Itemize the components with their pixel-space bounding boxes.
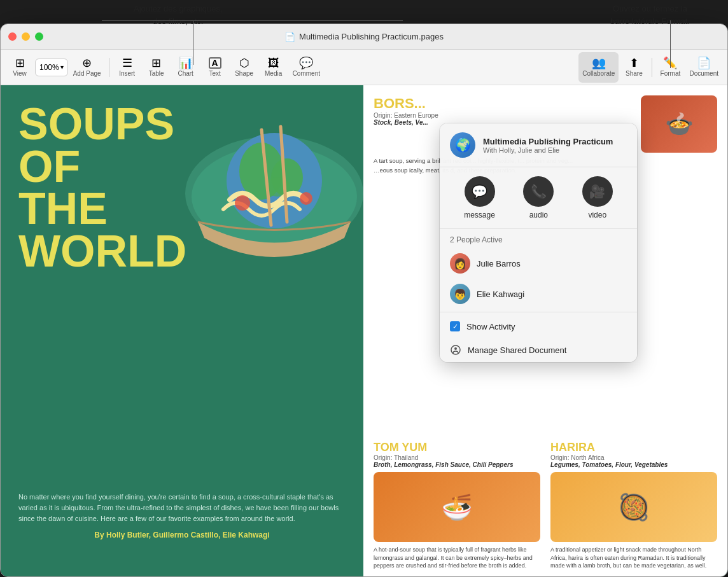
- show-activity-label: Show Activity: [466, 322, 515, 331]
- zoom-control[interactable]: 100% ▾: [35, 59, 68, 76]
- person-julie: 👩 Julie Barros: [440, 248, 637, 279]
- manage-shared-option[interactable]: Manage Shared Document: [440, 338, 637, 362]
- comment-button[interactable]: 💬 Comment: [289, 52, 324, 83]
- tomyum-origin: Origin: Thailand: [374, 454, 540, 461]
- minimize-button[interactable]: [22, 32, 30, 41]
- text-button[interactable]: A Text: [201, 52, 229, 83]
- tomyum-image: 🍜: [374, 472, 540, 542]
- video-action-button[interactable]: 🎥 video: [582, 176, 613, 219]
- add-page-button[interactable]: ⊕ Add Page: [69, 52, 105, 83]
- elie-avatar: 👦: [450, 284, 470, 304]
- video-icon: 🎥: [582, 176, 613, 207]
- toolbar: ⊞ View 100% ▾ ⊕ Add Page ☰ Insert ⊞ Tabl…: [1, 50, 727, 85]
- traffic-lights: [8, 32, 43, 41]
- author-text: By Holly Butler, Guillermo Castillo, Eli…: [18, 531, 346, 539]
- manage-icon: [450, 344, 461, 356]
- annotation-hline-left: [102, 20, 194, 21]
- chart-button[interactable]: 📊 Chart: [172, 52, 200, 83]
- harira-origin: Origin: North Africa: [550, 454, 717, 461]
- show-activity-option[interactable]: ✓ Show Activity: [440, 315, 637, 338]
- message-label: message: [464, 211, 495, 219]
- harira-title: HARIRA: [550, 441, 717, 454]
- collaborate-button[interactable]: 👥 Collaborate: [578, 52, 619, 83]
- manage-shared-label: Manage Shared Document: [468, 345, 566, 355]
- annotation-left: Ajoutez des graphiques, des films, etc.: [134, 3, 222, 27]
- soup-title-text: SOUPS OF THE WORLD: [18, 103, 348, 272]
- tomyum-desc: A hot-and-sour soup that is typically fu…: [374, 546, 540, 570]
- collab-doc-info: Multimedia Publishing Practicum With Hol…: [483, 137, 613, 154]
- harira-section: HARIRA Origin: North Africa Legumes, Tom…: [550, 441, 717, 570]
- svg-point-11: [454, 347, 457, 350]
- bottom-recipes-grid: TOM YUM Origin: Thailand Broth, Lemongra…: [374, 441, 717, 570]
- collaboration-popup: 🌍 Multimedia Publishing Practicum With H…: [440, 123, 637, 362]
- title-of: OF: [18, 146, 348, 188]
- document-button[interactable]: 📄 Document: [685, 52, 722, 83]
- julie-name: Julie Barros: [477, 259, 521, 268]
- video-label: video: [588, 211, 606, 219]
- titlebar: 📄 Multimedia Publishing Practicum.pages: [1, 24, 727, 50]
- title-soups: SOUPS: [18, 103, 348, 146]
- media-button[interactable]: 🖼 Media: [260, 52, 288, 83]
- julie-avatar: 👩: [450, 253, 470, 274]
- annotation-line-right: [670, 20, 671, 68]
- audio-icon: 📞: [523, 176, 554, 207]
- show-activity-checkbox[interactable]: ✓: [450, 321, 460, 331]
- table-button[interactable]: ⊞ Table: [143, 52, 171, 83]
- tomyum-ingredients: Broth, Lemongrass, Fish Sauce, Chili Pep…: [374, 461, 540, 468]
- insert-button[interactable]: ☰ Insert: [113, 52, 141, 83]
- soup-page: SOUPS OF THE WORLD No matter where you f…: [1, 85, 363, 577]
- main-content: SOUPS OF THE WORLD No matter where you f…: [1, 85, 727, 577]
- separator-1: [109, 58, 109, 77]
- message-icon: 💬: [465, 176, 495, 207]
- harira-desc: A traditional appetizer or light snack m…: [550, 546, 717, 570]
- title-the: THE: [18, 188, 348, 230]
- zoom-button[interactable]: [35, 32, 43, 41]
- collab-actions: 💬 message 📞 audio 🎥 video: [440, 167, 637, 229]
- harira-image: 🥘: [550, 472, 717, 542]
- body-text: No matter where you find yourself dining…: [18, 492, 346, 524]
- view-button[interactable]: ⊞ View: [6, 52, 34, 83]
- document-area[interactable]: SOUPS OF THE WORLD No matter where you f…: [1, 85, 727, 577]
- borsch-image: 🍲: [641, 95, 717, 153]
- elie-name: Elie Kahwagi: [477, 289, 524, 299]
- collab-doc-icon: 🌍: [450, 132, 475, 158]
- borsch-title: BORS...: [374, 95, 633, 112]
- shape-button[interactable]: ⬡ Shape: [230, 52, 258, 83]
- separator-2: [652, 58, 652, 77]
- tomyum-title: TOM YUM: [374, 441, 540, 454]
- tomyum-section: TOM YUM Origin: Thailand Broth, Lemongra…: [374, 441, 540, 570]
- close-button[interactable]: [8, 32, 17, 41]
- annotation-right: Ouvrez ou fermez la barre latérale Forma…: [610, 3, 690, 27]
- toolbar-right: 👥 Collaborate ⬆ Share ✏️ Format 📄 Docume…: [578, 52, 722, 83]
- window-title: 📄 Multimedia Publishing Practicum.pages: [284, 32, 444, 42]
- title-world: WORLD: [18, 230, 348, 273]
- collab-header: 🌍 Multimedia Publishing Practicum With H…: [440, 123, 637, 167]
- share-button[interactable]: ⬆ Share: [620, 52, 648, 83]
- bottom-recipes: TOM YUM Origin: Thailand Broth, Lemongra…: [363, 433, 727, 577]
- body-text-area: No matter where you find yourself dining…: [18, 492, 346, 539]
- collab-doc-subtitle: With Holly, Julie and Elie: [483, 146, 613, 154]
- collab-divider-1: [440, 312, 637, 312]
- harira-ingredients: Legumes, Tomatoes, Flour, Vegetables: [550, 461, 717, 468]
- message-action-button[interactable]: 💬 message: [464, 176, 495, 219]
- audio-label: audio: [529, 211, 548, 219]
- person-elie: 👦 Elie Kahwagi: [440, 279, 637, 309]
- annotation-hline-right-left: [193, 20, 403, 21]
- annotation-line-left: [193, 20, 193, 65]
- borsch-origin: Origin: Eastern Europe: [374, 112, 633, 119]
- audio-action-button[interactable]: 📞 audio: [523, 176, 554, 219]
- people-count-header: 2 People Active: [440, 229, 637, 248]
- collab-doc-title: Multimedia Publishing Practicum: [483, 137, 613, 146]
